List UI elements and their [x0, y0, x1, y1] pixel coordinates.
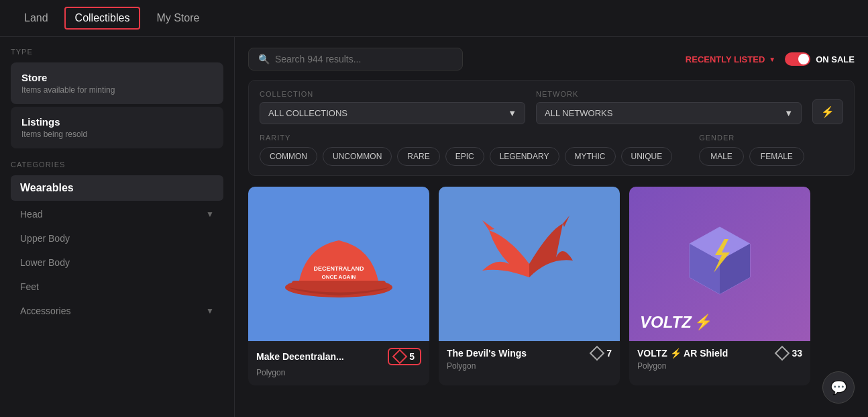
rarity-rare[interactable]: RARE: [397, 147, 439, 166]
item-network-1: Polygon: [447, 361, 612, 371]
item-name-2: VOLTZ ⚡ AR Shield: [637, 348, 728, 359]
top-nav: Land Collectibles My Store: [0, 0, 868, 37]
collection-select[interactable]: ALL COLLECTIONS ▼: [260, 102, 525, 124]
item-info-1: The Devil's Wings 7 Polygon: [439, 341, 620, 379]
item-card-1[interactable]: The Devil's Wings 7 Polygon: [439, 187, 620, 385]
nav-collectibles[interactable]: Collectibles: [64, 7, 141, 30]
item-image-2: VOLTZ ⚡: [629, 187, 810, 341]
gender-male[interactable]: MALE: [699, 147, 744, 166]
on-sale-label: ON SALE: [816, 54, 855, 64]
bolt-icon: ⚡: [694, 314, 712, 331]
store-sub: Items available for minting: [21, 85, 213, 95]
sidebar: TYPE Store Items available for minting L…: [0, 37, 235, 417]
item-name-0: Make Decentralan...: [256, 351, 344, 362]
network-select[interactable]: ALL NETWORKS ▼: [536, 102, 802, 124]
item-image-0: DECENTRALAND ONCE AGAIN: [248, 187, 429, 341]
main-layout: TYPE Store Items available for minting L…: [0, 37, 868, 417]
gender-tags: MALE FEMALE: [699, 147, 804, 166]
svg-text:ONCE AGAIN: ONCE AGAIN: [322, 274, 356, 280]
content-area: 🔍 RECENTLY LISTED ▼ ON SALE COLLECTION: [235, 37, 868, 417]
item-name-row-1: The Devil's Wings 7: [447, 348, 612, 359]
item-network-0: Polygon: [256, 368, 421, 377]
type-store[interactable]: Store Items available for minting: [11, 62, 223, 104]
item-card-2[interactable]: VOLTZ ⚡ VOLTZ ⚡ AR Shield 33 Polygon: [629, 187, 810, 385]
rarity-tags: COMMON UNCOMMON RARE EPIC LEGENDARY MYTH…: [260, 147, 672, 166]
network-label: NETWORK: [536, 90, 802, 98]
type-listings[interactable]: Listings Items being resold: [11, 107, 223, 148]
voltz-svg: [676, 220, 763, 308]
bolt-button[interactable]: ⚡: [812, 99, 843, 124]
on-sale-row: ON SALE: [785, 52, 855, 66]
gender-filter: GENDER MALE FEMALE: [699, 134, 804, 166]
category-accessories[interactable]: Accessories ▼: [11, 299, 223, 323]
recently-listed-label: RECENTLY LISTED: [686, 54, 765, 64]
collection-filter: COLLECTION ALL COLLECTIONS ▼: [260, 90, 525, 124]
item-price-1: 7: [606, 348, 612, 359]
diamond-icon-2: [775, 346, 790, 361]
search-icon: 🔍: [258, 54, 270, 64]
nav-mystore[interactable]: My Store: [146, 7, 210, 30]
head-label: Head: [20, 209, 42, 220]
voltz-overlay: VOLTZ ⚡: [640, 313, 712, 332]
network-filter: NETWORK ALL NETWORKS ▼: [536, 90, 802, 124]
item-price-row-1: 7: [592, 348, 612, 359]
feet-label: Feet: [20, 281, 39, 292]
item-info-2: VOLTZ ⚡ AR Shield 33 Polygon: [629, 341, 810, 379]
rarity-uncommon[interactable]: UNCOMMON: [323, 147, 392, 166]
rarity-label: RARITY: [260, 134, 672, 142]
wearables-category[interactable]: Wearables: [11, 175, 223, 201]
rarity-common[interactable]: COMMON: [260, 147, 317, 166]
category-head[interactable]: Head ▼: [11, 202, 223, 226]
search-right: RECENTLY LISTED ▼ ON SALE: [686, 52, 855, 66]
nav-land[interactable]: Land: [13, 7, 59, 30]
rarity-filter: RARITY COMMON UNCOMMON RARE EPIC LEGENDA…: [260, 134, 672, 166]
upper-body-label: Upper Body: [20, 233, 70, 244]
item-name-row-2: VOLTZ ⚡ AR Shield 33: [637, 348, 802, 359]
chat-button[interactable]: 💬: [822, 371, 855, 404]
search-input[interactable]: [275, 54, 453, 64]
category-lower-body[interactable]: Lower Body: [11, 250, 223, 275]
collection-value: ALL COLLECTIONS: [268, 108, 347, 118]
item-price-2: 33: [792, 348, 802, 359]
item-image-1: [439, 187, 620, 341]
category-upper-body[interactable]: Upper Body: [11, 226, 223, 250]
hat-svg: DECENTRALAND ONCE AGAIN: [278, 220, 399, 308]
diamond-icon-0: [392, 349, 408, 365]
diamond-icon-1: [590, 346, 605, 361]
gender-label: GENDER: [699, 134, 804, 142]
wings-svg: [476, 210, 583, 318]
filters-bar: COLLECTION ALL COLLECTIONS ▼ NETWORK ALL…: [248, 80, 855, 176]
rarity-legendary[interactable]: LEGENDARY: [490, 147, 559, 166]
chat-icon: 💬: [830, 379, 847, 396]
rarity-epic[interactable]: EPIC: [445, 147, 484, 166]
item-price-highlighted-0: 5: [388, 348, 421, 365]
item-card-0[interactable]: DECENTRALAND ONCE AGAIN Make Decentralan…: [248, 187, 429, 385]
item-name-row-0: Make Decentralan... 5: [256, 348, 421, 365]
type-label: TYPE: [11, 48, 223, 56]
listings-sub: Items being resold: [21, 130, 213, 139]
svg-text:DECENTRALAND: DECENTRALAND: [314, 265, 364, 272]
rarity-unique[interactable]: UNIQUE: [621, 147, 673, 166]
gender-female[interactable]: FEMALE: [749, 147, 804, 166]
category-feet[interactable]: Feet: [11, 275, 223, 299]
item-info-0: Make Decentralan... 5 Polygon: [248, 341, 429, 385]
item-price-0: 5: [409, 351, 415, 362]
search-row: 🔍 RECENTLY LISTED ▼ ON SALE: [248, 48, 855, 71]
accessories-label: Accessories: [20, 306, 70, 316]
accessories-chevron-icon: ▼: [206, 306, 214, 316]
items-grid: DECENTRALAND ONCE AGAIN Make Decentralan…: [248, 187, 855, 385]
network-arrow-icon: ▼: [784, 108, 793, 118]
item-name-1: The Devil's Wings: [447, 348, 527, 359]
item-network-2: Polygon: [637, 361, 802, 371]
store-title: Store: [21, 72, 213, 83]
network-value: ALL NETWORKS: [545, 108, 612, 118]
item-price-row-2: 33: [777, 348, 802, 359]
listings-title: Listings: [21, 116, 213, 128]
recently-listed-arrow-icon: ▼: [769, 56, 775, 63]
head-chevron-icon: ▼: [206, 210, 214, 219]
search-box[interactable]: 🔍: [248, 48, 463, 71]
recently-listed-button[interactable]: RECENTLY LISTED ▼: [686, 54, 775, 64]
rarity-mythic[interactable]: MYTHIC: [565, 147, 616, 166]
voltz-label: VOLTZ: [640, 313, 692, 332]
on-sale-toggle[interactable]: [785, 52, 810, 66]
